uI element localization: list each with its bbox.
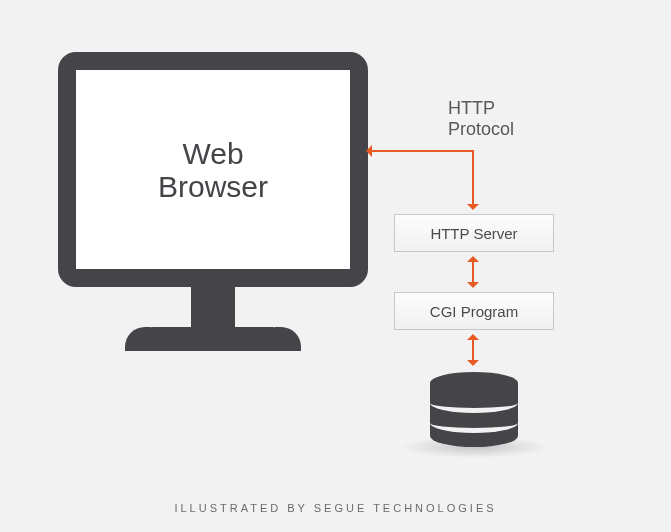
http-protocol-label: HTTP Protocol xyxy=(448,98,514,139)
arrow-protocol-down xyxy=(472,150,474,208)
monitor-stand-neck xyxy=(191,287,235,327)
arrow-httpserver-cgi xyxy=(472,258,474,286)
web-browser-label-line2: Browser xyxy=(158,170,268,203)
monitor-icon: Web Browser xyxy=(58,52,368,287)
http-protocol-label-line1: HTTP xyxy=(448,98,514,119)
database-icon-band xyxy=(430,393,518,413)
http-server-label: HTTP Server xyxy=(430,225,517,242)
cgi-program-node: CGI Program xyxy=(394,292,554,330)
web-browser-label-line1: Web xyxy=(158,137,268,170)
database-icon-band xyxy=(430,413,518,433)
database-node xyxy=(430,372,518,447)
http-protocol-label-line2: Protocol xyxy=(448,119,514,140)
arrow-browser-protocol xyxy=(368,150,474,152)
diagram-canvas: Web Browser HTTP Protocol HTTP Server CG… xyxy=(0,0,671,532)
web-browser-label: Web Browser xyxy=(158,137,268,203)
database-icon-top xyxy=(430,372,518,394)
web-browser-node: Web Browser xyxy=(58,52,368,351)
attribution-text: ILLUSTRATED BY SEGUE TECHNOLOGIES xyxy=(0,502,671,514)
monitor-stand-base xyxy=(143,327,283,351)
http-server-node: HTTP Server xyxy=(394,214,554,252)
cgi-program-label: CGI Program xyxy=(430,303,518,320)
arrow-cgi-database xyxy=(472,336,474,364)
